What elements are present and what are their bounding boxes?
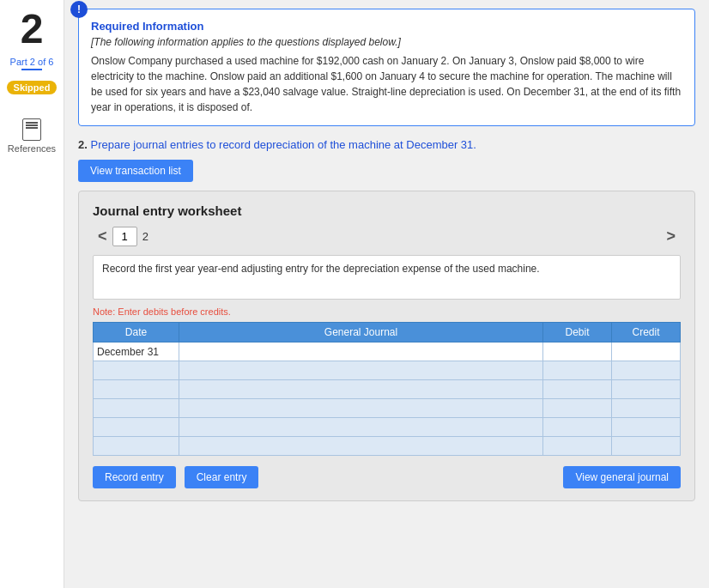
date-cell-2[interactable] (94, 380, 179, 399)
debit-input-1[interactable] (543, 361, 611, 379)
question-number: 2. (78, 138, 90, 151)
references-button[interactable]: References (8, 118, 56, 154)
part-label: Part 2 of 6 (10, 57, 54, 67)
date-cell-1[interactable] (94, 361, 179, 380)
references-icon (22, 118, 41, 141)
info-box: ! Required Information [The following in… (78, 9, 695, 126)
debit-cell-0[interactable] (543, 342, 612, 361)
debit-input-3[interactable] (543, 399, 611, 417)
date-cell-0: December 31 (94, 342, 179, 361)
note-text: Note: Enter debits before credits. (93, 306, 681, 317)
record-entry-button[interactable]: Record entry (93, 466, 176, 488)
journal-cell-5[interactable] (179, 437, 543, 456)
date-input-4[interactable] (94, 418, 179, 436)
col-credit: Credit (612, 323, 681, 342)
journal-table: Date General Journal Debit Credit Decemb… (93, 322, 681, 456)
journal-cell-3[interactable] (179, 399, 543, 418)
nav-next-button[interactable]: > (661, 227, 681, 246)
debit-input-5[interactable] (543, 437, 611, 455)
total-pages: 2 (142, 230, 148, 243)
journal-input-2[interactable] (179, 380, 542, 398)
debit-input-0[interactable] (543, 342, 611, 361)
journal-input-1[interactable] (179, 361, 542, 379)
debit-input-2[interactable] (543, 380, 611, 398)
worksheet-title: Journal entry worksheet (93, 203, 681, 218)
credit-cell-3[interactable] (612, 399, 681, 418)
worksheet-container: Journal entry worksheet < 1 2 > Record t… (78, 191, 695, 501)
part-underline-decoration (21, 69, 42, 70)
debit-cell-2[interactable] (543, 380, 612, 399)
journal-cell-1[interactable] (179, 361, 543, 380)
debit-input-4[interactable] (543, 418, 611, 436)
credit-cell-4[interactable] (612, 418, 681, 437)
references-label: References (8, 143, 56, 154)
credit-cell-0[interactable] (612, 342, 681, 361)
current-page-box: 1 (112, 227, 137, 246)
nav-prev-button[interactable]: < (93, 227, 112, 246)
credit-cell-1[interactable] (612, 361, 681, 380)
credit-input-1[interactable] (612, 361, 680, 379)
sidebar: 2 Part 2 of 6 Skipped References (0, 0, 64, 588)
col-debit: Debit (543, 323, 612, 342)
table-row (94, 418, 681, 437)
date-cell-3[interactable] (94, 399, 179, 418)
required-info-title: Required Information (91, 20, 682, 33)
view-transaction-btn-container: View transaction list (78, 160, 695, 182)
debit-cell-3[interactable] (543, 399, 612, 418)
table-header-row: Date General Journal Debit Credit (94, 323, 681, 342)
skipped-badge: Skipped (7, 81, 58, 94)
bottom-buttons: Record entry Clear entry View general jo… (93, 466, 681, 488)
table-row (94, 380, 681, 399)
table-row (94, 399, 681, 418)
date-input-5[interactable] (94, 437, 179, 455)
date-input-1[interactable] (94, 361, 179, 379)
view-general-journal-button[interactable]: View general journal (563, 466, 681, 488)
nav-row: < 1 2 > (93, 227, 681, 246)
credit-input-3[interactable] (612, 399, 680, 417)
date-input-2[interactable] (94, 380, 179, 398)
instruction-box: Record the first year year-end adjusting… (93, 255, 681, 300)
credit-input-4[interactable] (612, 418, 680, 436)
journal-input-3[interactable] (179, 399, 542, 417)
journal-cell-4[interactable] (179, 418, 543, 437)
view-transaction-list-button[interactable]: View transaction list (78, 160, 193, 182)
credit-cell-2[interactable] (612, 380, 681, 399)
col-journal: General Journal (179, 323, 543, 342)
table-row: December 31 (94, 342, 681, 361)
table-row (94, 361, 681, 380)
info-italic-text: [The following information applies to th… (91, 36, 682, 48)
date-cell-5[interactable] (94, 437, 179, 456)
date-cell-4[interactable] (94, 418, 179, 437)
credit-input-2[interactable] (612, 380, 680, 398)
credit-input-5[interactable] (612, 437, 680, 455)
info-icon: ! (70, 1, 88, 18)
journal-input-4[interactable] (179, 418, 542, 436)
journal-input-5[interactable] (179, 437, 542, 455)
main-content: ! Required Information [The following in… (64, 0, 709, 588)
credit-cell-5[interactable] (612, 437, 681, 456)
debit-cell-5[interactable] (543, 437, 612, 456)
journal-cell-0[interactable] (179, 342, 543, 361)
debit-cell-1[interactable] (543, 361, 612, 380)
question-text: 2. Prepare journal entries to record dep… (78, 138, 695, 151)
info-body-text: Onslow Company purchased a used machine … (91, 53, 682, 115)
question-body: Prepare journal entries to record deprec… (90, 138, 476, 151)
col-date: Date (94, 323, 179, 342)
clear-entry-button[interactable]: Clear entry (185, 466, 259, 488)
journal-cell-2[interactable] (179, 380, 543, 399)
debit-cell-4[interactable] (543, 418, 612, 437)
table-row (94, 437, 681, 456)
step-number: 2 (21, 9, 44, 50)
journal-input-0[interactable] (179, 342, 542, 361)
credit-input-0[interactable] (612, 342, 680, 361)
date-input-3[interactable] (94, 399, 179, 417)
